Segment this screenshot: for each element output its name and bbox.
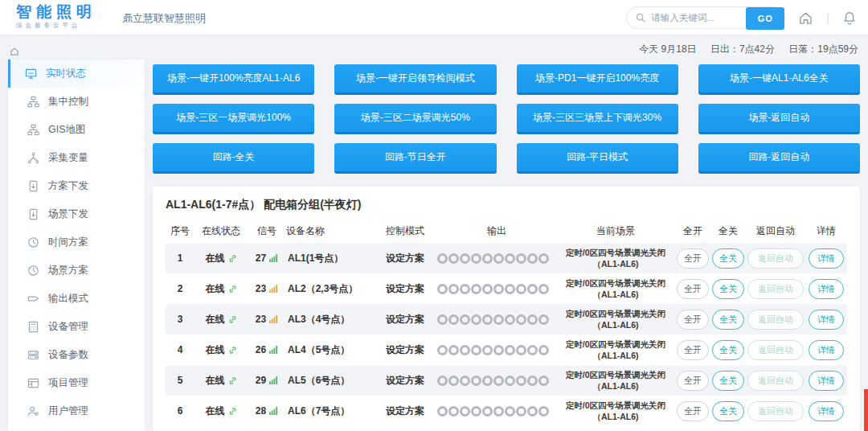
scene-button[interactable]: 场景-三区三场景上下调光30%	[517, 104, 678, 134]
col-header-status: 在线状态	[194, 224, 248, 238]
all-close-button[interactable]: 全关	[712, 340, 744, 360]
detail-button[interactable]: 详情	[809, 340, 844, 360]
output-indicators	[437, 284, 556, 294]
all-open-button[interactable]: 全开	[677, 310, 709, 330]
go-button[interactable]: GO	[746, 7, 784, 30]
logo-title: 智能照明	[16, 4, 96, 20]
return-auto-button[interactable]: 返回自动	[747, 310, 804, 330]
sidebar-item-label: 场景方案	[48, 264, 88, 277]
detail-button[interactable]: 详情	[809, 371, 844, 391]
output-ring	[460, 284, 470, 294]
sidebar-item-output-mode[interactable]: 输出模式	[8, 285, 145, 313]
row-index: 1	[166, 252, 194, 264]
all-close-button[interactable]: 全关	[712, 279, 744, 299]
home-icon[interactable]	[798, 10, 813, 26]
scrollbar-thumb[interactable]	[864, 389, 868, 431]
output-ring	[527, 253, 538, 264]
scene-button[interactable]: 场景-一键开100%亮度AL1-AL6	[153, 64, 314, 95]
all-close-button[interactable]: 全关	[712, 371, 744, 391]
return-auto-button[interactable]: 返回自动	[747, 340, 804, 360]
sidebar-item-label: 设备管理	[48, 320, 88, 334]
sidebar-item-device-management[interactable]: 设备管理	[8, 313, 145, 341]
sidebar-item-scene-dispatch[interactable]: 场景下发	[8, 200, 145, 228]
signal-icon	[269, 407, 278, 415]
all-open-button[interactable]: 全开	[677, 401, 709, 421]
all-close-button[interactable]: 全关	[712, 401, 744, 421]
sidebar-item-user-management[interactable]: 用户管理	[8, 397, 145, 425]
sidebar-item-gis-map[interactable]: GIS地图	[8, 116, 145, 144]
all-close-button[interactable]: 全关	[712, 310, 744, 330]
circuit-button[interactable]: 回路-平日模式	[517, 143, 678, 174]
breadcrumb-home-icon[interactable]	[10, 45, 19, 60]
sidebar-item-plan-dispatch[interactable]: 方案下发	[8, 172, 145, 200]
search-box[interactable]: GO	[626, 6, 785, 29]
signal-icon	[269, 346, 278, 354]
return-auto-button[interactable]: 返回自动	[747, 248, 804, 269]
all-open-button[interactable]: 全开	[677, 371, 709, 391]
all-open-button[interactable]: 全开	[677, 340, 709, 360]
search-input[interactable]	[651, 13, 746, 23]
scene-button[interactable]: 场景-三区一场景调光100%	[153, 104, 314, 134]
sidebar-item-label: 实时状态	[46, 67, 86, 80]
output-ring	[527, 284, 538, 294]
scene-button[interactable]: 场景-返回自动	[698, 104, 860, 134]
row-index: 2	[166, 283, 194, 294]
return-auto-button[interactable]: 返回自动	[747, 401, 804, 421]
output-ring	[460, 345, 470, 355]
control-mode: 设定方案	[373, 374, 437, 388]
sidebar-item-central-control[interactable]: 集中控制	[8, 88, 145, 116]
output-ring	[471, 253, 481, 264]
output-ring	[505, 284, 515, 294]
link-icon	[228, 285, 237, 293]
all-open-button[interactable]: 全开	[677, 248, 709, 269]
sidebar-item-realtime-status[interactable]: 实时状态	[8, 60, 145, 88]
monitor-icon	[25, 68, 37, 80]
scene-button[interactable]: 场景-一键开启领导检阅模式	[334, 64, 496, 95]
sidebar-item-device-params[interactable]: 设备参数	[8, 341, 145, 369]
output-indicators	[437, 314, 556, 325]
circuit-button[interactable]: 回路-返回自动	[698, 143, 860, 174]
output-ring	[527, 376, 538, 386]
detail-button[interactable]: 详情	[809, 401, 844, 421]
output-ring	[493, 345, 504, 355]
detail-button[interactable]: 详情	[809, 310, 844, 330]
scene-button[interactable]: 场景-三区二场景调光50%	[334, 104, 496, 134]
sidebar-item-label: 设备参数	[48, 348, 88, 362]
return-auto-button[interactable]: 返回自动	[747, 279, 804, 299]
signal-icon	[269, 376, 278, 384]
output-ring	[471, 314, 481, 325]
output-ring	[460, 376, 470, 386]
output-ring	[538, 314, 549, 325]
detail-button[interactable]: 详情	[809, 279, 844, 299]
output-indicators	[437, 345, 556, 355]
today-date: 今天 9月18日	[639, 43, 696, 55]
circuit-button[interactable]: 回路-全关	[153, 143, 314, 174]
online-status: 在线	[206, 282, 225, 296]
device-group-card: AL1-AL6(1-7#点） 配电箱分组(半夜灯) 序号 在线状态 信号 设备名…	[153, 187, 860, 431]
all-open-button[interactable]: 全开	[677, 279, 709, 299]
sidebar-item-label: 输出模式	[48, 292, 88, 306]
output-ring	[482, 406, 493, 417]
output-ring	[493, 284, 504, 294]
signal-icon	[269, 315, 278, 323]
control-mode: 设定方案	[373, 343, 437, 357]
sidebar-item-time-plan[interactable]: 时间方案	[8, 228, 145, 257]
circuit-button[interactable]: 回路-节日全开	[334, 143, 496, 174]
sidebar-item-project-management[interactable]: 项目管理	[8, 369, 145, 397]
sunset-time: 日落：19点59分	[788, 43, 858, 55]
sitemap-icon	[27, 124, 39, 136]
output-ring	[482, 345, 493, 355]
app-title: 鼎立慧联智慧照明	[122, 11, 206, 26]
output-ring	[505, 314, 515, 325]
scene-button[interactable]: 场景-一键AL1-AL6全关	[698, 64, 860, 95]
col-header-name: 设备名称	[286, 224, 373, 238]
all-close-button[interactable]: 全关	[712, 248, 744, 269]
scene-button[interactable]: 场景-PD1一键开启100%亮度	[517, 64, 678, 95]
detail-button[interactable]: 详情	[809, 248, 844, 269]
return-auto-button[interactable]: 返回自动	[747, 371, 804, 391]
sidebar-item-collect-variables[interactable]: 采集变量	[8, 144, 145, 172]
output-ring	[493, 406, 504, 417]
sidebar-item-scene-plan[interactable]: 场景方案	[8, 257, 145, 285]
bell-icon[interactable]	[842, 10, 857, 26]
device-name: AL2（2,3号点）	[286, 282, 373, 296]
